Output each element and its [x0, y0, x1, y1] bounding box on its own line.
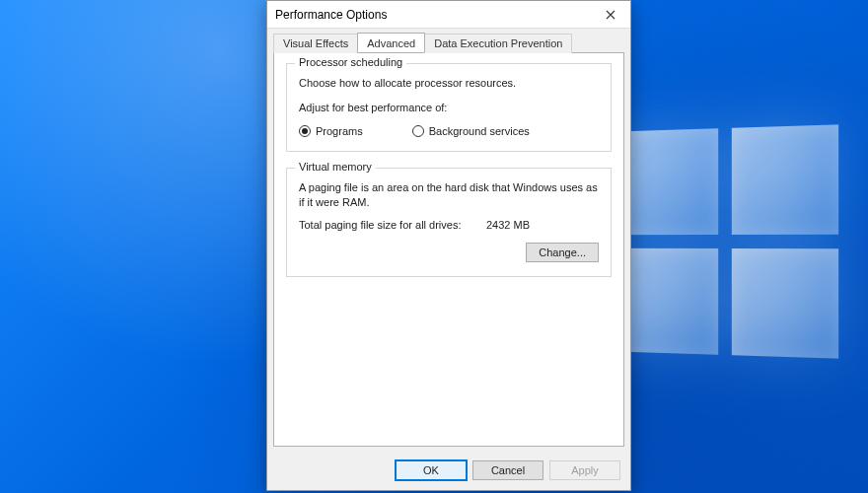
radio-label: Background services: [429, 125, 530, 137]
windows-logo-icon: [618, 124, 838, 358]
tab-visual-effects[interactable]: Visual Effects: [273, 34, 358, 53]
radio-label: Programs: [316, 125, 363, 137]
tab-label: Data Execution Prevention: [434, 37, 562, 49]
tab-dep[interactable]: Data Execution Prevention: [424, 34, 572, 53]
dialog-buttons: OK Cancel Apply: [267, 453, 630, 490]
group-legend: Processor scheduling: [295, 56, 406, 68]
change-button[interactable]: Change...: [526, 243, 599, 262]
group-legend: Virtual memory: [295, 161, 376, 173]
radio-background-services[interactable]: Background services: [412, 125, 530, 137]
adjust-label: Adjust for best performance of:: [299, 101, 599, 115]
tab-panel-advanced: Processor scheduling Choose how to alloc…: [273, 52, 624, 447]
cancel-button[interactable]: Cancel: [472, 460, 543, 480]
close-button[interactable]: [591, 1, 630, 29]
tab-label: Advanced: [367, 37, 415, 49]
tab-label: Visual Effects: [283, 37, 348, 49]
processor-desc: Choose how to allocate processor resourc…: [299, 76, 599, 91]
window-title: Performance Options: [275, 8, 387, 22]
close-icon: [606, 10, 615, 20]
tab-strip: Visual Effects Advanced Data Execution P…: [267, 29, 630, 52]
titlebar: Performance Options: [267, 1, 630, 29]
ok-button[interactable]: OK: [396, 460, 467, 480]
virtual-memory-group: Virtual memory A paging file is an area …: [286, 168, 612, 278]
radio-programs[interactable]: Programs: [299, 125, 363, 137]
processor-scheduling-group: Processor scheduling Choose how to alloc…: [286, 63, 612, 152]
performance-options-dialog: Performance Options Visual Effects Advan…: [266, 0, 631, 491]
radio-icon: [412, 125, 424, 137]
vm-desc: A paging file is an area on the hard dis…: [299, 180, 599, 210]
vm-total-label: Total paging file size for all drives:: [299, 219, 486, 231]
tab-advanced[interactable]: Advanced: [357, 33, 425, 52]
radio-icon: [299, 125, 311, 137]
apply-button: Apply: [549, 460, 620, 480]
vm-total-value: 2432 MB: [486, 219, 599, 231]
